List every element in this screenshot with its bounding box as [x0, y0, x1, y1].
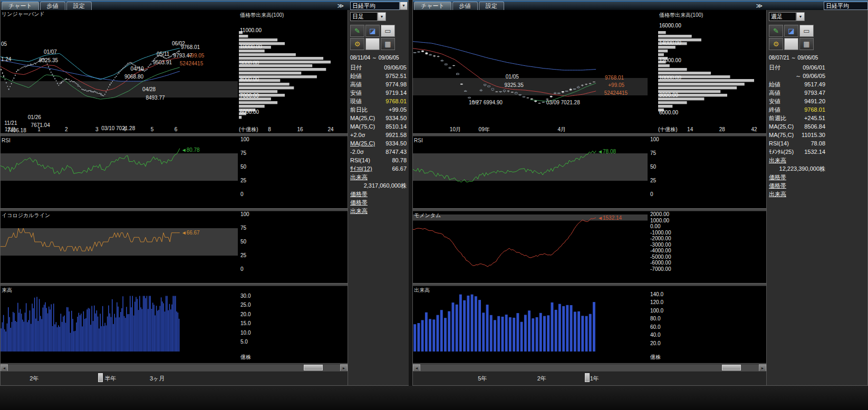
- indicator-link-row[interactable]: 出来高: [348, 207, 409, 215]
- scroll-right-arrow[interactable]: ►: [759, 364, 766, 372]
- svg-text:来高: 来高: [2, 287, 12, 293]
- momentum-pane: 2000.001000.000.00-1000.00-2000.00-3000.…: [413, 211, 766, 283]
- svg-text:11000.00: 11000.00: [240, 27, 262, 33]
- indicator-link-row[interactable]: 出来高: [348, 173, 409, 181]
- blank-tool[interactable]: [365, 38, 380, 50]
- svg-text:10/27 6994.90: 10/27 6994.90: [469, 100, 503, 105]
- svg-text:0: 0: [650, 191, 653, 197]
- svg-text:24: 24: [327, 126, 334, 132]
- rsi-pane: 1007550250◄80.78RSI: [1, 136, 348, 208]
- timeframe-select[interactable]: 週足 ▼: [769, 12, 805, 21]
- period-option[interactable]: 3ヶ月: [150, 375, 165, 383]
- expand-panels-button[interactable]: ≫: [756, 2, 763, 9]
- gear-icon[interactable]: ⚙: [769, 38, 783, 50]
- tab-settings[interactable]: 設定: [66, 2, 92, 10]
- svg-text:25: 25: [240, 252, 247, 258]
- svg-text:120.0: 120.0: [650, 299, 663, 305]
- period-option[interactable]: 半年: [104, 375, 116, 383]
- period-option[interactable]: 2年: [30, 375, 38, 383]
- scrollbar-thumb[interactable]: [722, 365, 741, 370]
- volume-by-price-chart: 16000.0014000.0012000.0010000.008000.006…: [648, 10, 766, 133]
- svg-text:50: 50: [240, 239, 247, 245]
- info-row: 高値9774.98: [348, 80, 409, 89]
- info-row: -2.0σ8747.43: [348, 148, 409, 156]
- brush-icon[interactable]: ◪: [784, 25, 798, 37]
- indicator-link-row[interactable]: ｻｲｺﾛ(12)66.67: [348, 164, 409, 173]
- svg-text:9068.80: 9068.80: [124, 74, 144, 80]
- svg-text:60.0: 60.0: [650, 324, 661, 330]
- chevron-down-icon[interactable]: ▼: [400, 2, 408, 10]
- rsi-chart: 1007550250◄80.78RSI: [1, 136, 348, 208]
- expand-panels-button[interactable]: ≫: [337, 2, 344, 9]
- svg-text:12000.00: 12000.00: [659, 57, 681, 63]
- scrollbar-track[interactable]: [8, 364, 340, 372]
- info-row: MA(75,C)8510.14: [348, 122, 409, 131]
- svg-text:価格帯出来高(100): 価格帯出来高(100): [659, 12, 703, 18]
- volume-chart: 140.0120.0100.080.060.040.020.0億株出来高: [413, 286, 766, 363]
- tab-chart[interactable]: チャート: [2, 2, 39, 10]
- gear-icon[interactable]: ⚙: [350, 38, 364, 50]
- printer-icon[interactable]: ▦: [799, 38, 814, 50]
- printer-icon[interactable]: ▦: [381, 38, 395, 50]
- svg-text:5: 5: [151, 126, 154, 132]
- svg-text:09年: 09年: [479, 126, 490, 132]
- eraser-icon[interactable]: ▭: [381, 25, 395, 37]
- blank-tool[interactable]: [784, 38, 798, 50]
- indicator-link-row[interactable]: 出来高: [767, 156, 827, 164]
- indicator-link-row[interactable]: 価格帯: [767, 173, 827, 181]
- svg-text:-3000.00: -3000.00: [650, 242, 671, 248]
- svg-text:6: 6: [175, 126, 178, 132]
- horizontal-scrollbar[interactable]: ◄ ►: [1, 364, 348, 372]
- scroll-left-arrow[interactable]: ◄: [413, 364, 420, 372]
- horizontal-scrollbar[interactable]: ◄ ►: [413, 364, 766, 372]
- brush-icon[interactable]: ◪: [365, 25, 380, 37]
- svg-text:5.0: 5.0: [240, 339, 248, 345]
- svg-text:01/26: 01/26: [28, 114, 41, 120]
- eraser-icon[interactable]: ▭: [799, 25, 814, 37]
- tab-quotes[interactable]: 歩値: [40, 2, 65, 10]
- chevron-down-icon[interactable]: ▼: [796, 12, 805, 21]
- tab-settings[interactable]: 設定: [479, 2, 504, 10]
- period-slider-thumb[interactable]: [585, 373, 590, 382]
- indicator-link-row[interactable]: MA(25,C)9334.50: [348, 139, 409, 148]
- period-slider-thumb[interactable]: [98, 373, 103, 382]
- timeframe-value: 日足: [350, 12, 378, 21]
- svg-text:9325.35: 9325.35: [505, 82, 524, 88]
- svg-text:100: 100: [240, 211, 249, 217]
- pencil-icon[interactable]: ✎: [769, 25, 783, 37]
- scrollbar-thumb[interactable]: [304, 365, 323, 370]
- indicator-link-row[interactable]: 出来高: [767, 190, 827, 198]
- symbol-select[interactable]: 日経平均: [824, 2, 868, 10]
- svg-text:(十億株): (十億株): [239, 126, 258, 132]
- info-row: 高値9793.47: [767, 89, 827, 97]
- quote-info-list: 日付09/06/05始値9752.51高値9774.98安値9719.14現値9…: [348, 63, 409, 215]
- svg-text:10月: 10月: [450, 126, 461, 132]
- info-row: 12,223,390,000株: [767, 164, 827, 173]
- svg-text:05: 05: [1, 41, 7, 47]
- indicator-link-row[interactable]: 価格帯: [767, 181, 827, 190]
- scroll-left-arrow[interactable]: ◄: [1, 364, 8, 372]
- scroll-right-arrow[interactable]: ►: [340, 364, 348, 372]
- pencil-icon[interactable]: ✎: [350, 25, 364, 37]
- symbol-select[interactable]: 日経平均 ▼: [350, 2, 408, 10]
- tab-chart[interactable]: チャート: [414, 2, 451, 10]
- period-option[interactable]: 2年: [537, 375, 546, 383]
- svg-text:16: 16: [297, 126, 303, 132]
- psychological-line-chart: 1007550250◄66.67イコロジカルライン: [1, 211, 348, 283]
- svg-text:-4000.00: -4000.00: [650, 248, 671, 253]
- svg-text:100: 100: [240, 136, 249, 142]
- info-row: 現値9768.01: [348, 97, 409, 105]
- volume-by-price-pane: 11000.0010000.009000.008000.007000.00600…: [238, 10, 348, 133]
- indicator-link-row[interactable]: 価格帯: [348, 190, 409, 198]
- period-option[interactable]: 5年: [478, 375, 487, 383]
- indicator-link-row[interactable]: 価格帯: [348, 198, 409, 207]
- chart-window-daily: チャート 歩値 設定 ≫ 日経平均 ▼ 12月123456051.2401/07…: [0, 0, 409, 386]
- info-row: MA(25,C)8506.84: [767, 122, 827, 131]
- scrollbar-track[interactable]: [420, 364, 759, 372]
- period-option[interactable]: 1年: [590, 375, 599, 383]
- chevron-down-icon[interactable]: ▼: [378, 12, 386, 21]
- timeframe-select[interactable]: 日足 ▼: [350, 12, 386, 21]
- svg-text:9000.00: 9000.00: [240, 60, 259, 66]
- info-row: 日付09/06/01: [767, 63, 827, 72]
- tab-quotes[interactable]: 歩値: [452, 2, 478, 10]
